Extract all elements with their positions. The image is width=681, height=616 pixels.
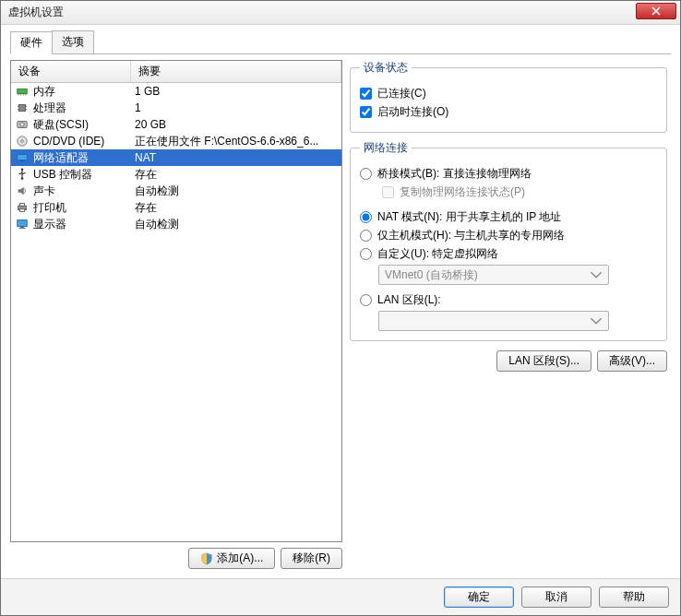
lan-segment-combo [378, 311, 609, 331]
svg-rect-3 [23, 94, 24, 96]
chevron-down-icon [590, 314, 603, 327]
custom-vmnet-combo: VMnet0 (自动桥接) [378, 265, 609, 285]
memory-icon [15, 84, 30, 99]
custom-radio[interactable] [360, 248, 372, 260]
connected-label: 已连接(C) [377, 86, 426, 101]
hardware-row[interactable]: 声卡自动检测 [11, 183, 341, 199]
tab-hardware[interactable]: 硬件 [10, 31, 53, 54]
cd-icon [15, 134, 30, 148]
col-device[interactable]: 设备 [11, 61, 131, 82]
bridged-radio[interactable] [360, 168, 372, 180]
nat-label: NAT 模式(N): 用于共享主机的 IP 地址 [377, 209, 561, 225]
device-summary: 存在 [135, 167, 338, 183]
device-summary: 正在使用文件 F:\CentOS-6.6-x86_6... [135, 134, 338, 149]
svg-rect-2 [20, 94, 21, 96]
hardware-list-pane: 设备 摘要 内存1 GB处理器1硬盘(SCSI)20 GBCD/DVD (IDE… [10, 60, 342, 569]
device-summary: 20 GB [135, 118, 338, 131]
cpu-icon [15, 101, 30, 115]
nat-radio-row[interactable]: NAT 模式(N): 用于共享主机的 IP 地址 [360, 209, 657, 225]
svg-rect-19 [19, 204, 24, 207]
printer-icon [15, 200, 30, 215]
hardware-row[interactable]: CD/DVD (IDE)正在使用文件 F:\CentOS-6.6-x86_6..… [11, 133, 341, 149]
close-button[interactable] [636, 3, 676, 19]
hardware-row[interactable]: 硬盘(SCSI)20 GB [11, 116, 341, 133]
device-name: 内存 [33, 84, 135, 100]
add-button-label: 添加(A)... [217, 551, 263, 566]
device-status-group: 设备状态 已连接(C) 启动时连接(O) [350, 60, 667, 133]
custom-label: 自定义(U): 特定虚拟网络 [377, 246, 498, 262]
usb-icon [15, 167, 30, 182]
device-settings-pane: 设备状态 已连接(C) 启动时连接(O) 网络连接 桥接模式(B): 直接连接物 [350, 60, 671, 569]
svg-rect-0 [18, 89, 28, 93]
device-summary: 自动检测 [135, 217, 338, 232]
window-title: 虚拟机设置 [8, 5, 64, 20]
hardware-row[interactable]: 网络适配器NAT [11, 149, 341, 166]
shield-icon [200, 552, 213, 565]
nat-radio[interactable] [360, 211, 372, 223]
device-name: 打印机 [33, 200, 135, 216]
add-hardware-button[interactable]: 添加(A)... [188, 548, 275, 569]
device-summary: 1 GB [135, 85, 338, 98]
svg-rect-15 [19, 160, 24, 162]
titlebar: 虚拟机设置 [1, 1, 680, 25]
remove-hardware-button[interactable]: 移除(R) [281, 548, 342, 569]
hardware-row[interactable]: 显示器自动检测 [11, 216, 341, 232]
svg-rect-5 [19, 105, 26, 112]
hostonly-label: 仅主机模式(H): 与主机共享的专用网络 [377, 228, 565, 243]
network-connection-group: 网络连接 桥接模式(B): 直接连接物理网络 复制物理网络连接状态(P) NAT… [350, 140, 667, 341]
bridged-label: 桥接模式(B): 直接连接物理网络 [377, 166, 532, 182]
connected-checkbox[interactable] [360, 88, 372, 100]
advanced-button[interactable]: 高级(V)... [597, 350, 667, 372]
bridged-radio-row[interactable]: 桥接模式(B): 直接连接物理网络 [360, 166, 657, 182]
sound-icon [15, 184, 30, 198]
replicate-row: 复制物理网络连接状态(P) [382, 184, 657, 200]
replicate-checkbox [382, 186, 394, 198]
connect-at-poweron-label: 启动时连接(O) [377, 104, 448, 120]
col-summary[interactable]: 摘要 [131, 61, 341, 82]
svg-rect-4 [26, 94, 27, 96]
lan-segment-label: LAN 区段(L): [377, 292, 441, 308]
device-name: 处理器 [33, 101, 135, 116]
svg-rect-22 [20, 227, 24, 228]
cancel-button[interactable]: 取消 [521, 586, 591, 608]
svg-rect-21 [18, 220, 28, 227]
connect-at-poweron-checkbox[interactable] [360, 106, 372, 118]
lan-segment-radio-row[interactable]: LAN 区段(L): [360, 292, 657, 308]
hardware-row[interactable]: 打印机存在 [11, 199, 341, 216]
close-icon [651, 6, 661, 16]
custom-vmnet-value: VMnet0 (自动桥接) [385, 267, 478, 283]
dialog-footer: 确定 取消 帮助 [1, 578, 680, 615]
connect-at-poweron-row[interactable]: 启动时连接(O) [360, 104, 657, 120]
device-summary: 1 [135, 101, 338, 114]
device-summary: 存在 [135, 200, 338, 216]
tab-options[interactable]: 选项 [52, 30, 94, 53]
device-name: 显示器 [33, 217, 135, 232]
hostonly-radio-row[interactable]: 仅主机模式(H): 与主机共享的专用网络 [360, 228, 657, 243]
tab-bar: 硬件 选项 [10, 30, 671, 54]
svg-point-16 [21, 169, 23, 171]
svg-rect-1 [18, 94, 19, 96]
list-header: 设备 摘要 [11, 61, 341, 83]
network-legend: 网络连接 [360, 140, 412, 156]
svg-rect-23 [19, 228, 26, 229]
hdd-icon [15, 117, 30, 132]
connected-checkbox-row[interactable]: 已连接(C) [360, 86, 657, 101]
remove-button-label: 移除(R) [293, 551, 330, 566]
svg-rect-20 [19, 209, 24, 212]
display-icon [15, 217, 30, 231]
lan-segment-radio[interactable] [360, 294, 372, 306]
hardware-row[interactable]: 内存1 GB [11, 83, 341, 100]
replicate-label: 复制物理网络连接状态(P) [400, 184, 525, 200]
hardware-row[interactable]: USB 控制器存在 [11, 166, 341, 183]
help-button[interactable]: 帮助 [599, 586, 669, 608]
svg-rect-14 [18, 155, 28, 160]
ok-button[interactable]: 确定 [444, 586, 514, 608]
custom-radio-row[interactable]: 自定义(U): 特定虚拟网络 [360, 246, 657, 262]
hardware-row[interactable]: 处理器1 [11, 100, 341, 116]
hostonly-radio[interactable] [360, 230, 372, 242]
lan-segments-button[interactable]: LAN 区段(S)... [496, 350, 591, 372]
device-name: CD/DVD (IDE) [33, 135, 135, 148]
hardware-list[interactable]: 设备 摘要 内存1 GB处理器1硬盘(SCSI)20 GBCD/DVD (IDE… [10, 60, 342, 542]
device-name: USB 控制器 [33, 167, 135, 183]
device-name: 硬盘(SCSI) [33, 117, 135, 133]
